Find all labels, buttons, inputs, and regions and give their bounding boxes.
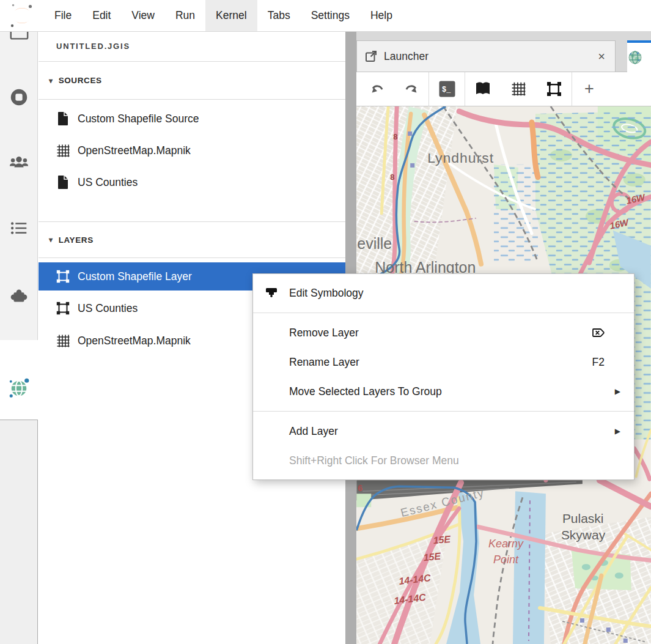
menubar: File Edit View Run Kernel Tabs Settings … (0, 0, 651, 32)
vector-square-icon (56, 301, 70, 316)
caret-down-icon: ▾ (49, 76, 53, 85)
svg-text:15E: 15E (433, 534, 452, 546)
source-item-us-counties[interactable]: US Counties (39, 168, 345, 196)
remove-tag-icon (591, 325, 606, 340)
menu-divider (253, 411, 634, 412)
source-item-custom-shapefile[interactable]: Custom Shapefile Source (39, 105, 345, 133)
menu-item-label: Add Layer (289, 425, 611, 438)
extensions-icon[interactable] (9, 285, 29, 306)
menu-edit[interactable]: Edit (82, 0, 121, 31)
terminal-glyph: $_ (442, 86, 451, 94)
svg-text:15E: 15E (423, 551, 442, 563)
layer-context-menu: Edit Symbology Remove Layer Rename Layer… (252, 273, 634, 480)
source-item-label: Custom Shapefile Source (78, 113, 199, 125)
source-item-osm[interactable]: OpenStreetMap.Mapnik (39, 136, 345, 165)
source-item-label: OpenStreetMap.Mapnik (78, 144, 191, 157)
collaboration-icon[interactable] (9, 152, 29, 172)
menu-settings[interactable]: Settings (301, 0, 360, 31)
menu-divider (253, 313, 634, 313)
layers-section-header[interactable]: ▾ LAYERS (39, 221, 345, 258)
svg-text:Pulaski: Pulaski (562, 511, 604, 525)
menu-item-move-layers-to-group[interactable]: Move Selected Layers To Group ▶ (253, 377, 634, 406)
menu-run[interactable]: Run (165, 0, 205, 31)
plus-icon: + (584, 80, 594, 98)
svg-text:8: 8 (390, 172, 394, 182)
vector-square-icon (56, 269, 70, 284)
svg-text:Point: Point (493, 553, 519, 566)
running-kernels-icon[interactable] (9, 87, 29, 108)
svg-text:Kearny: Kearny (488, 538, 524, 550)
toolbar-border (356, 72, 627, 72)
close-icon[interactable]: × (595, 50, 608, 62)
globe-icon (628, 51, 642, 64)
gis-toolbar: $_ (356, 72, 651, 106)
source-item-label: US Counties (78, 176, 138, 189)
jupytergis-globe-icon[interactable] (9, 378, 29, 399)
undo-button[interactable] (360, 72, 394, 106)
menu-item-edit-symbology[interactable]: Edit Symbology (253, 278, 634, 308)
activity-bar (0, 0, 38, 340)
menu-item-shortcut: F2 (592, 356, 605, 369)
sources-section-header[interactable]: ▾ SOURCES (39, 62, 345, 100)
menu-item-browser-menu-hint: Shift+Right Click For Browser Menu (253, 446, 634, 475)
file-icon (56, 175, 70, 190)
submenu-arrow-icon: ▶ (611, 387, 620, 396)
activity-bar-current-slot (0, 372, 39, 420)
jupyterlab-window: File Edit View Run Kernel Tabs Settings … (0, 0, 651, 644)
vector-layer-button[interactable] (536, 72, 572, 106)
raster-grid-icon (56, 143, 70, 158)
menu-item-label: Remove Layer (289, 327, 591, 339)
tab-launcher[interactable]: Launcher × (356, 40, 616, 72)
menu-item-label: Rename Layer (289, 356, 592, 369)
raster-grid-icon (56, 333, 70, 348)
terminal-button[interactable]: $_ (429, 72, 465, 106)
svg-text:8: 8 (393, 132, 397, 141)
menu-help[interactable]: Help (360, 0, 403, 31)
redo-button[interactable] (394, 72, 428, 106)
paintbrush-icon (253, 286, 289, 300)
tab-jgis-active[interactable] (627, 40, 651, 72)
layers-header-label: LAYERS (59, 235, 94, 245)
menu-item-label: Edit Symbology (289, 287, 620, 300)
svg-text:6: 6 (358, 483, 362, 493)
document-title: UNTITLED.JGIS (39, 32, 345, 62)
caret-down-icon: ▾ (49, 235, 53, 244)
menu-item-rename-layer[interactable]: Rename Layer F2 (253, 347, 634, 377)
tab-bar: Launcher × (356, 32, 651, 72)
menu-item-label: Shift+Right Click For Browser Menu (289, 454, 620, 467)
svg-text:eville: eville (357, 235, 392, 252)
submenu-arrow-icon: ▶ (611, 427, 620, 435)
file-icon (56, 111, 70, 126)
raster-layer-button[interactable] (501, 72, 536, 106)
menu-item-label: Move Selected Layers To Group (289, 385, 611, 398)
menu-tabs[interactable]: Tabs (257, 0, 301, 31)
layer-item-label: US Counties (78, 302, 138, 315)
layer-item-label: OpenStreetMap.Mapnik (78, 335, 191, 347)
menu-view[interactable]: View (121, 0, 165, 31)
menu-kernel[interactable]: Kernel (205, 0, 257, 31)
svg-text:Lyndhurst: Lyndhurst (427, 150, 494, 166)
launcher-icon (364, 50, 378, 63)
layer-item-label: Custom Shapefile Layer (78, 270, 192, 283)
jupyter-logo-icon (9, 3, 35, 29)
identify-button[interactable] (465, 72, 501, 106)
menu-item-remove-layer[interactable]: Remove Layer (253, 318, 634, 347)
tab-launcher-label: Launcher (384, 50, 595, 63)
menu-file[interactable]: File (44, 0, 82, 31)
add-button[interactable]: + (572, 72, 606, 106)
activity-bar-lower (0, 420, 38, 644)
table-of-contents-icon[interactable] (9, 218, 29, 239)
menu-item-add-layer[interactable]: Add Layer ▶ (253, 416, 634, 446)
sources-header-label: SOURCES (59, 76, 102, 85)
svg-text:Skyway: Skyway (561, 528, 606, 542)
